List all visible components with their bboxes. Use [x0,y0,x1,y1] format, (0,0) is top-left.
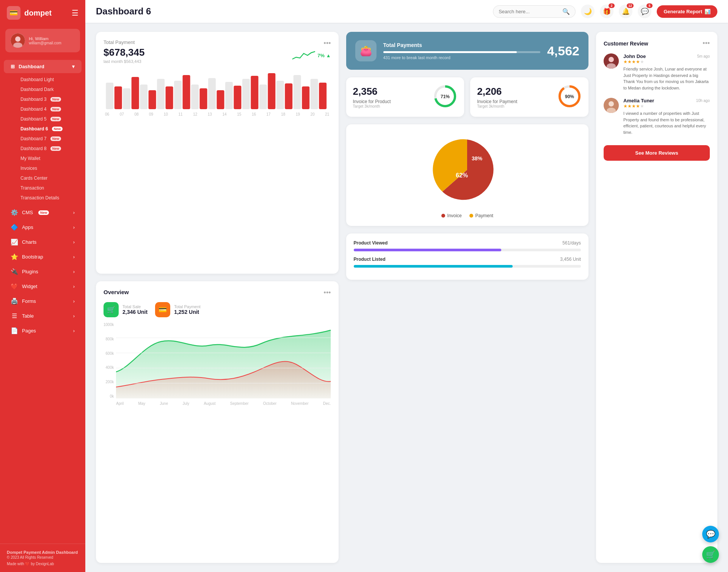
blue-card-progress-track [383,51,540,53]
nav-label-plugins: Plugins [22,269,38,274]
nav-label-widget: Widget [22,284,37,289]
svg-text:38%: 38% [472,155,483,161]
bell-button[interactable]: 🔔 12 [619,5,632,18]
review-text-1: Friendly service Josh, Lunar and everyon… [623,66,710,91]
review-item-2: Amelia Tuner 10h ago ★★★★★ I viewed a nu… [604,98,710,135]
legend-dot-invoice [441,214,445,218]
product-viewed-label: Product Viewed [354,240,388,246]
review-item-1: John Doe 5m ago ★★★★★ Friendly service J… [604,53,710,91]
bar-chart-svg [104,67,331,109]
sidebar-item-dashboard-8[interactable]: Dashboard 8 New [17,144,85,154]
svg-rect-16 [217,90,224,109]
hamburger-button[interactable]: ☰ [72,8,78,17]
svg-rect-21 [259,85,267,109]
nav-item-widget[interactable]: ❤️Widget › [4,279,82,293]
invoice-product-number: 2,356 [353,86,391,97]
sidebar-item-dashboard-5[interactable]: Dashboard 5 New [17,114,85,124]
sidebar: 💳 dompet ☰ Hi, William william@gmail.com… [0,0,85,572]
review-stars-1: ★★★★★ [623,59,710,64]
review-time-1: 5m ago [697,54,710,58]
gift-button[interactable]: 🎁 2 [600,5,613,18]
blue-card-info: Total Payments 431 more to break last mo… [383,42,540,60]
user-name: William [35,36,49,41]
y-axis-labels: 1000k800k600k400k200k0k [104,323,116,398]
arrow-right-icon: › [73,254,75,260]
overview-header: Overview ••• [104,289,331,297]
nav-item-pages[interactable]: 📄Pages › [4,324,82,338]
svg-rect-28 [319,83,326,109]
see-more-reviews-button[interactable]: See More Reviews [604,145,710,161]
support-float-button[interactable]: 💬 [702,526,719,542]
review-text-2: I viewed a number of properties with Jus… [623,110,710,135]
overview-stats: 🛒 Total Sale 2,346 Unit 💳 Total Payment … [104,302,331,317]
blue-card-sub: 431 more to break last month record [383,55,540,60]
total-payment-amount: $678,345 [104,47,144,58]
product-listed-label: Product Listed [354,257,386,262]
overview-more-button[interactable]: ••• [324,289,331,297]
legend-invoice: Invoice [441,213,462,218]
sidebar-item-dashboard-7[interactable]: Dashboard 7 New [17,134,85,144]
cart-icon: 🛒 [706,550,715,559]
svg-rect-25 [293,75,301,109]
sidebar-item-dashboard-3[interactable]: Dashboard 3 New [17,94,85,104]
middle-column: 👛 Total Payments 431 more to break last … [346,32,589,563]
sidebar-item-dashboard-light[interactable]: Dashboard Light [17,75,85,85]
svg-rect-14 [200,88,207,109]
sidebar-item-transaction-details[interactable]: Transaction Details [17,193,85,203]
chat-button[interactable]: 💬 5 [638,5,651,18]
search-box[interactable]: 🔍 [493,5,576,18]
total-payment-info: Total Payment $678,345 last month $563,4… [104,39,144,64]
svg-rect-20 [251,76,258,109]
legend-label-payment: Payment [475,213,493,218]
cms-new-badge: New [38,210,49,215]
svg-rect-27 [311,79,318,109]
sidebar-item-dashboard-4[interactable]: Dashboard 4 New [17,104,85,114]
cart-float-button[interactable]: 🛒 [702,546,719,563]
nav-item-apps[interactable]: 🔷Apps › [4,220,82,234]
generate-report-label: Generate Report [664,9,702,14]
x-axis-labels: AprilMayJuneJulyAugustSeptemberOctoberNo… [116,401,331,406]
nav-item-plugins[interactable]: 🔌Plugins › [4,265,82,279]
chart-bar-icon: 📊 [704,9,711,14]
nav-item-bootstrap[interactable]: ⭐Bootstrap › [4,250,82,264]
sidebar-item-my-wallet[interactable]: My Wallet [17,154,85,163]
sidebar-item-invoices[interactable]: Invoices [17,163,85,173]
invoice-payment-donut: 90% [557,84,582,110]
sidebar-item-cards-center[interactable]: Cards Center [17,173,85,183]
review-more-button[interactable]: ••• [703,39,710,47]
mini-line-chart [292,50,315,61]
customer-review-card: Customer Review ••• John Doe [596,32,717,563]
overview-card: Overview ••• 🛒 Total Sale 2,346 Unit 💳 T… [96,281,339,563]
nav-item-charts[interactable]: 📈Charts › [4,235,82,249]
review-stars-2: ★★★★★ [623,103,710,109]
nav-label-bootstrap: Bootstrap [22,254,43,260]
svg-rect-7 [140,85,147,109]
search-input[interactable] [499,9,559,14]
nav-label-pages: Pages [22,328,36,334]
stat-total-payment: 💳 Total Payment 1,252 Unit [155,302,201,317]
sidebar-item-dashboard-dark[interactable]: Dashboard Dark [17,85,85,94]
svg-rect-24 [285,83,292,109]
arrow-right-icon: › [73,284,75,289]
theme-toggle-button[interactable]: 🌙 [581,5,595,18]
total-payment-header: Total Payment $678,345 last month $563,4… [104,39,331,64]
invoice-product-label: Invoice for Product [353,99,391,104]
sidebar-item-dashboard-6[interactable]: Dashboard 6 New [17,124,85,134]
review-time-2: 10h ago [696,99,710,103]
svg-point-1 [15,36,20,42]
sidebar-footer: Dompet Payment Admin Dashboard © 2023 Al… [0,544,85,572]
overview-title: Overview [104,289,129,295]
nav-item-table[interactable]: ☰Table › [4,309,82,323]
sale-icon: 🛒 [104,302,119,317]
nav-dashboard-children: Dashboard Light Dashboard Dark Dashboard… [0,74,85,204]
generate-report-button[interactable]: Generate Report 📊 [657,5,717,18]
nav-dashboard[interactable]: ⊞ Dashboard ▾ [4,60,82,73]
forms-icon: 🖨️ [11,298,18,305]
sidebar-item-transaction[interactable]: Transaction [17,183,85,193]
total-payment-more-button[interactable]: ••• [324,39,331,47]
apps-icon: 🔷 [11,224,18,231]
nav-item-cms[interactable]: ⚙️CMSNew › [4,205,82,219]
nav-item-forms[interactable]: 🖨️Forms › [4,294,82,308]
sale-info: Total Sale 2,346 Unit [122,304,147,315]
bootstrap-icon: ⭐ [11,253,18,260]
